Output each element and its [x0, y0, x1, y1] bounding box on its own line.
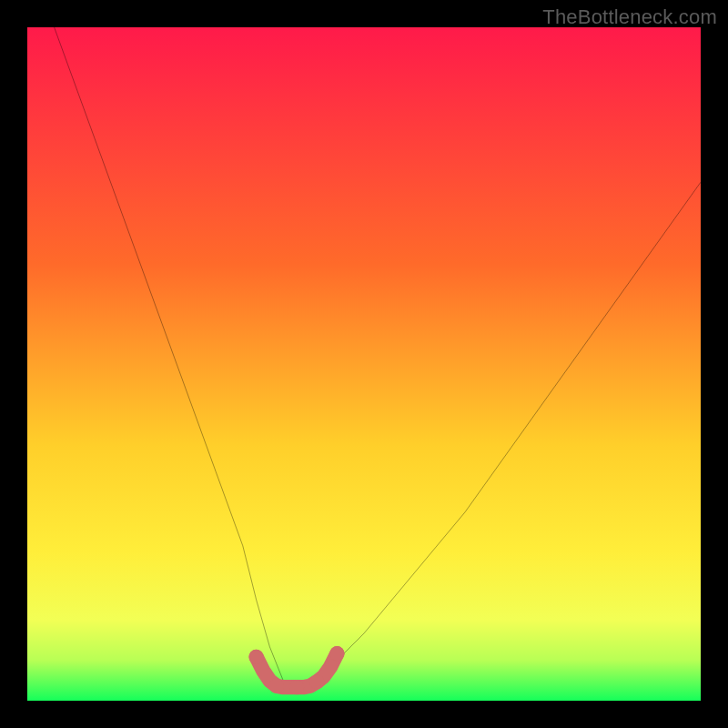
chart-frame: TheBottleneck.com [0, 0, 728, 728]
marker-dot [309, 674, 324, 689]
marker-dot [289, 680, 304, 694]
chart-svg [27, 27, 701, 701]
gradient-background [27, 27, 701, 701]
plot-area [27, 27, 701, 701]
marker-dot [269, 679, 284, 693]
marker-dot [248, 650, 263, 664]
watermark-text: TheBottleneck.com [542, 5, 717, 29]
marker-dot [329, 646, 344, 661]
